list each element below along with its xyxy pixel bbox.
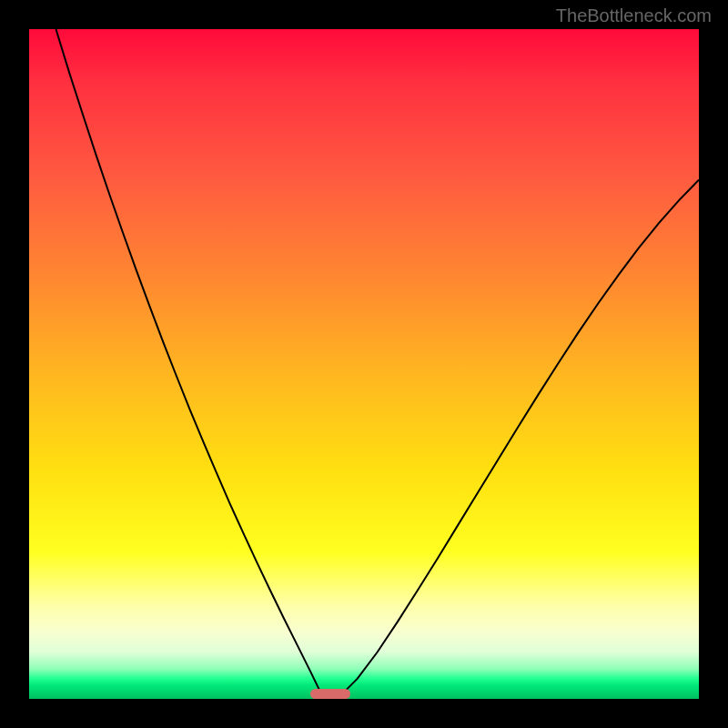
watermark-text: TheBottleneck.com xyxy=(556,5,712,26)
right-curve-path xyxy=(344,180,699,693)
bottleneck-marker xyxy=(310,689,350,699)
left-curve-path xyxy=(56,29,320,693)
chart-plot-area xyxy=(29,29,699,699)
chart-curves-svg xyxy=(29,29,699,699)
